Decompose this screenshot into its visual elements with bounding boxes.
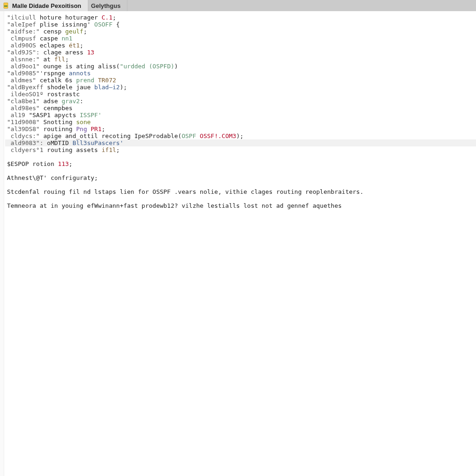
- tab-active[interactable]: Malle Didade Pexoitison: [0, 0, 88, 11]
- code-line: ald90OS eclapes ét1;: [5, 42, 476, 49]
- code-token: "SASP1 apycts: [29, 112, 80, 119]
- code-token: geulf: [65, 28, 83, 35]
- code-token: censp: [43, 28, 65, 35]
- code-line: "ald9085"'rspnge annots: [5, 70, 476, 77]
- code-token: OSSF!.COM3: [200, 132, 236, 139]
- tab-bar: Malle Didade Pexoitison Gelythgus: [0, 0, 476, 12]
- code-token: Png: [76, 126, 91, 132]
- code-token: oMDTID: [47, 139, 73, 146]
- code-token: cldycs:": [7, 132, 43, 139]
- code-line: ald9oo1" ounge is ating aliss("urdded (O…: [5, 63, 476, 70]
- code-paragraph: Temneora at in youing efWwinann+fast pro…: [5, 202, 469, 209]
- code-token: ;: [116, 146, 120, 153]
- code-token: PR1: [91, 126, 101, 132]
- code-token: );: [236, 132, 244, 139]
- code-token: ildeoSO1º: [7, 91, 47, 98]
- code-line: "aldByexff shodele jaue blad—i2);: [5, 84, 476, 91]
- code-token: "aleIpef: [7, 21, 40, 28]
- code-token: Bll3suPascers': [73, 139, 124, 146]
- code-token: ;: [102, 126, 106, 132]
- code-line: "aleIpef plise issinng' OSOFF {: [5, 21, 476, 28]
- tab-inactive-label: Gelythgus: [91, 2, 121, 9]
- code-line: cldyers°1 routing assets if1l;: [5, 146, 476, 153]
- code-token: 13: [87, 49, 94, 56]
- code-token: apige and_ottil recoting IpeSProdable(: [43, 132, 181, 139]
- code-token: annots: [69, 70, 91, 77]
- code-line: "11d9008" Snotting sone: [5, 119, 476, 126]
- code-line: "ald9JS": clage aress 13: [5, 49, 476, 56]
- code-line: aldmes" cetalk 6s prend TR072: [5, 77, 476, 84]
- code-token: "11d9008": [7, 119, 43, 126]
- code-token: grav2: [61, 98, 79, 105]
- code-token: ald98es": [7, 105, 43, 112]
- code-line: "cla8be1" adse grav2:: [5, 98, 476, 105]
- code-token: );: [120, 84, 127, 91]
- code-token: {: [112, 21, 120, 28]
- code-line: "aidfse:" censp geulf;: [5, 28, 476, 35]
- code-token: routinng: [43, 126, 76, 132]
- code-token: "cla8be1": [7, 98, 43, 105]
- code-token: ;: [65, 56, 69, 63]
- editor-gutter: [0, 11, 4, 476]
- code-token: plise issinng': [40, 21, 94, 28]
- code-token: "al39DS8": [7, 126, 43, 132]
- code-token: alsnne:": [7, 56, 43, 63]
- code-token: clage aress: [43, 49, 87, 56]
- code-token: if1l: [102, 146, 116, 153]
- code-token: ald90OS: [7, 42, 40, 49]
- code-token: ;: [69, 160, 73, 167]
- code-token: adse: [43, 98, 61, 105]
- tab-active-label: Malle Didade Pexoitison: [12, 2, 81, 9]
- code-line: "ilciull hoture hoturager C.1;: [5, 14, 476, 21]
- code-line: cldycs:" apige and_ottil recoting IpeSPr…: [5, 132, 476, 139]
- code-token: "aldByexff: [7, 84, 47, 91]
- code-token: "ilciull: [7, 14, 40, 21]
- code-token: al19: [7, 112, 29, 119]
- code-token: C.1: [102, 14, 112, 21]
- code-token: fll: [54, 56, 65, 63]
- code-token: hoture hoturager: [40, 14, 101, 21]
- code-token: Athnest\@T' confriguraty;: [7, 174, 98, 181]
- code-line: alsnne:" at fll;: [5, 56, 476, 63]
- code-token: "ald9085"': [7, 70, 43, 77]
- code-token: $ESPOP rotion: [7, 160, 58, 167]
- code-config-line: Athnest\@T' confriguraty;: [5, 174, 476, 181]
- code-token: rspnge: [43, 70, 69, 77]
- code-token: ISSPF': [80, 112, 102, 119]
- code-token: ;: [112, 14, 116, 21]
- editor-area: "ilciull hoture hoturager C.1;"aleIpef p…: [0, 11, 476, 476]
- code-token: ald9oo1": [7, 63, 43, 70]
- code-token: OSOFF: [94, 21, 112, 28]
- code-line: clmpusf caspe nn1: [5, 35, 476, 42]
- svg-rect-1: [4, 6, 7, 7]
- code-token: cenmpbes: [43, 105, 73, 112]
- file-icon: [3, 2, 9, 9]
- code-token: ;: [80, 42, 84, 49]
- code-summary-line: $ESPOP rotion 113;: [5, 160, 476, 167]
- code-token: "urdded (OSPFD): [120, 63, 174, 70]
- code-token: TR072: [98, 77, 116, 84]
- code-token: "ald9JS":: [7, 49, 43, 56]
- code-token: routing assets: [47, 146, 101, 153]
- code-token: caspe: [40, 35, 61, 42]
- code-token: Snotting: [43, 119, 76, 126]
- code-token: prend: [76, 77, 98, 84]
- code-token: ét1: [69, 42, 79, 49]
- code-token: ald9083":: [7, 139, 47, 146]
- code-line: al19 "SASP1 apycts ISSPF': [5, 112, 476, 119]
- code-token: OSPF: [182, 132, 200, 139]
- code-paragraph: Stcdenfal rouing fil nd lstaps lien for …: [5, 188, 469, 195]
- code-token: cetalk 6s: [40, 77, 76, 84]
- code-line: ald98es" cenmpbes: [5, 105, 476, 112]
- tab-inactive[interactable]: Gelythgus: [88, 0, 128, 11]
- code-token: ounge is ating aliss(: [43, 63, 119, 70]
- code-token: ): [174, 63, 178, 70]
- code-token: blad—i2: [94, 84, 120, 91]
- code-token: cldyers°1: [7, 146, 47, 153]
- code-token: shodele jaue: [47, 84, 94, 91]
- code-token: :: [80, 98, 84, 105]
- code-text-area[interactable]: "ilciull hoture hoturager C.1;"aleIpef p…: [4, 11, 476, 476]
- code-line: "al39DS8" routinng Png PR1;: [5, 126, 476, 132]
- code-token: sone: [76, 119, 91, 126]
- code-token: rostrastc: [47, 91, 79, 98]
